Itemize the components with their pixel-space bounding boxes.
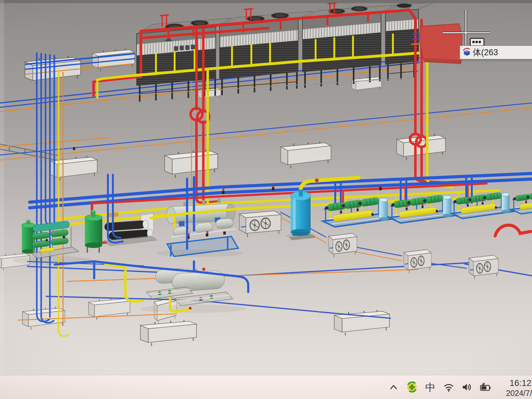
hidden-icons-chevron[interactable] <box>388 381 399 393</box>
element-tooltip: 体(263 <box>460 46 532 59</box>
green-vessel-large[interactable] <box>85 210 102 253</box>
wifi-icon[interactable] <box>443 381 455 393</box>
cad-viewport[interactable] <box>0 0 532 399</box>
antivirus-app-icon[interactable] <box>406 381 418 393</box>
clock-date: 2024/7/8 <box>506 388 532 398</box>
clock-time: 16:12 <box>506 378 531 388</box>
photo-top-edge <box>0 0 532 3</box>
monitor-screen: 体(263 中 <box>0 0 532 399</box>
tooltip-text: 体(263 <box>473 47 498 58</box>
battery-charging-icon[interactable] <box>480 381 491 393</box>
taskbar-clock[interactable]: 16:12 2024/7/8 <box>506 378 531 398</box>
volume-icon[interactable] <box>461 381 473 393</box>
photo-left-edge <box>0 0 4 399</box>
solid-body-icon <box>462 48 471 57</box>
taskbar: 中 16:12 2024/7/ <box>0 375 532 399</box>
system-tray: 中 <box>388 375 491 399</box>
ime-indicator[interactable]: 中 <box>424 381 436 393</box>
